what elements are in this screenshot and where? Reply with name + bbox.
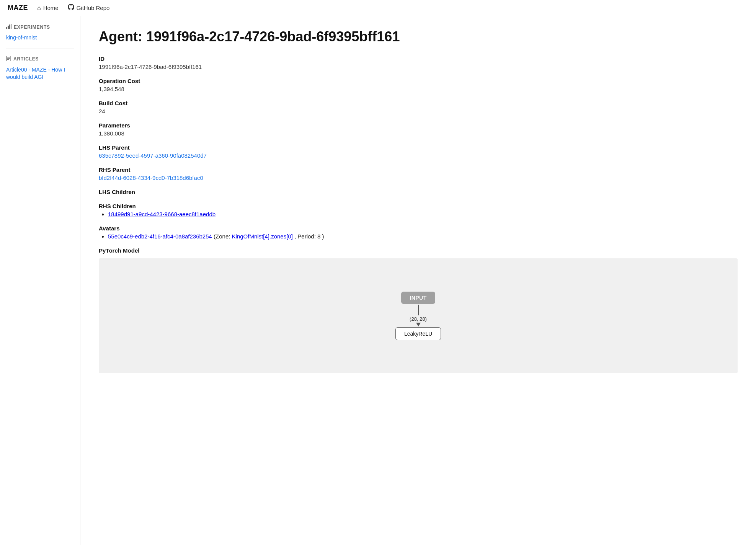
- rhs-parent-link[interactable]: bfd2f44d-6028-4334-9cd0-7b318d6bfac0: [99, 175, 203, 181]
- field-parameters-value: 1,380,008: [99, 130, 738, 137]
- svg-rect-2: [9, 24, 10, 29]
- diagram-arrow-1: (28, 28): [410, 305, 427, 326]
- rhs-child-link[interactable]: 18499d91-a9cd-4423-9668-aeec8f1aeddb: [108, 211, 216, 217]
- main-content: Agent: 1991f96a-2c17-4726-9bad-6f9395bff…: [80, 16, 756, 545]
- field-parameters: Parameters 1,380,008: [99, 122, 738, 137]
- experiments-icon: [6, 24, 11, 30]
- field-lhs-children: LHS Children: [99, 189, 738, 195]
- avatar-period-text: , Period:: [294, 233, 317, 240]
- field-build-cost-value: 24: [99, 108, 738, 114]
- top-nav: MAZE ⌂ Home GitHub Repo: [0, 0, 756, 16]
- page-title: Agent: 1991f96a-2c17-4726-9bad-6f9395bff…: [99, 28, 738, 45]
- avatar-period-value: 8: [317, 233, 320, 240]
- pytorch-diagram: INPUT (28, 28) LeakyReLU: [99, 258, 738, 373]
- field-id-value: 1991f96a-2c17-4726-9bad-6f9395bff161: [99, 64, 738, 70]
- field-avatars-label: Avatars: [99, 225, 738, 232]
- svg-rect-1: [8, 26, 9, 29]
- avatar-zone-text: (Zone:: [214, 233, 232, 240]
- field-operation-cost-label: Operation Cost: [99, 78, 738, 84]
- diagram-input-node: INPUT: [401, 292, 435, 304]
- home-icon: ⌂: [37, 5, 41, 11]
- list-item: 55e0c4c9-edb2-4f16-afc4-0a8af236b254 (Zo…: [108, 233, 738, 240]
- field-operation-cost: Operation Cost 1,394,548: [99, 78, 738, 92]
- avatar-link[interactable]: 55e0c4c9-edb2-4f16-afc4-0a8af236b254: [108, 233, 212, 240]
- svg-rect-6: [7, 58, 10, 59]
- field-rhs-parent: RHS Parent bfd2f44d-6028-4334-9cd0-7b318…: [99, 166, 738, 181]
- sidebar-item-article00[interactable]: Article00 - MAZE - How I would build AGI: [6, 66, 74, 81]
- field-lhs-parent-value: 635c7892-5eed-4597-a360-90fa082540d7: [99, 152, 738, 159]
- arrow-head-1: [416, 323, 421, 326]
- brand-logo: MAZE: [8, 4, 28, 12]
- sidebar-divider-1: [6, 49, 74, 49]
- experiments-section-title: EXPERIMENTS: [6, 24, 74, 30]
- field-operation-cost-value: 1,394,548: [99, 86, 738, 92]
- pytorch-model-label: PyTorch Model: [99, 247, 738, 254]
- articles-section-title: ARTICLES: [6, 56, 74, 62]
- field-id-label: ID: [99, 55, 738, 62]
- field-build-cost: Build Cost 24: [99, 100, 738, 114]
- avatars-list: 55e0c4c9-edb2-4f16-afc4-0a8af236b254 (Zo…: [99, 233, 738, 240]
- arrow-label-1: (28, 28): [410, 316, 427, 322]
- field-rhs-children-label: RHS Children: [99, 203, 738, 209]
- field-pytorch-model: PyTorch Model INPUT (28, 28) LeakyReLU: [99, 247, 738, 373]
- avatar-zone-link[interactable]: KingOfMnist[4].zones[0]: [232, 233, 293, 240]
- field-avatars: Avatars 55e0c4c9-edb2-4f16-afc4-0a8af236…: [99, 225, 738, 240]
- svg-rect-3: [11, 24, 11, 29]
- sidebar: EXPERIMENTS king-of-mnist ARTICLES Artic…: [0, 16, 80, 545]
- field-rhs-children: RHS Children 18499d91-a9cd-4423-9668-aee…: [99, 203, 738, 217]
- svg-rect-0: [6, 27, 7, 29]
- github-link[interactable]: GitHub Repo: [68, 4, 110, 12]
- avatar-close-paren: ): [322, 233, 324, 240]
- diagram-leakyrelu-node: LeakyReLU: [395, 327, 441, 340]
- field-parameters-label: Parameters: [99, 122, 738, 129]
- field-lhs-children-label: LHS Children: [99, 189, 738, 195]
- list-item: 18499d91-a9cd-4423-9668-aeec8f1aeddb: [108, 211, 738, 217]
- arrow-line-1: [418, 305, 419, 315]
- field-lhs-parent-label: LHS Parent: [99, 144, 738, 151]
- main-layout: EXPERIMENTS king-of-mnist ARTICLES Artic…: [0, 16, 756, 545]
- sidebar-item-king-of-mnist[interactable]: king-of-mnist: [6, 34, 74, 42]
- field-rhs-parent-value: bfd2f44d-6028-4334-9cd0-7b318d6bfac0: [99, 175, 738, 181]
- svg-rect-7: [7, 59, 9, 60]
- diagram-inner: INPUT (28, 28) LeakyReLU: [395, 292, 441, 340]
- github-icon: [68, 4, 74, 12]
- lhs-parent-link[interactable]: 635c7892-5eed-4597-a360-90fa082540d7: [99, 152, 207, 159]
- field-lhs-parent: LHS Parent 635c7892-5eed-4597-a360-90fa0…: [99, 144, 738, 159]
- svg-rect-5: [7, 57, 10, 57]
- articles-icon: [6, 56, 11, 62]
- field-id: ID 1991f96a-2c17-4726-9bad-6f9395bff161: [99, 55, 738, 70]
- field-rhs-parent-label: RHS Parent: [99, 166, 738, 173]
- field-build-cost-label: Build Cost: [99, 100, 738, 106]
- home-link[interactable]: ⌂ Home: [37, 5, 59, 11]
- rhs-children-list: 18499d91-a9cd-4423-9668-aeec8f1aeddb: [99, 211, 738, 217]
